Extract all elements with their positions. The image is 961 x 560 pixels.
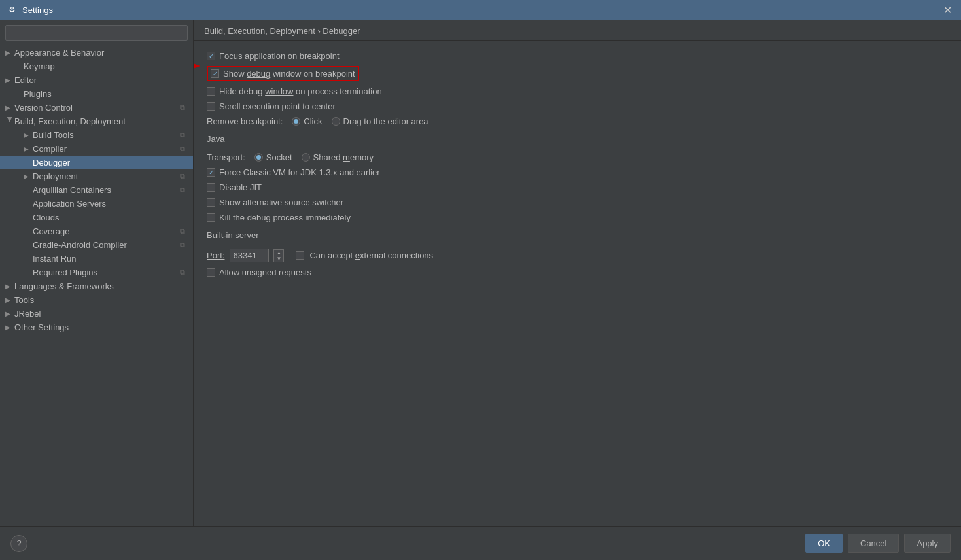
remove-click-label: Click [304,116,322,126]
sidebar-item-build-tools[interactable]: ▶ Build Tools ⧉ [0,128,193,142]
sidebar-item-tools[interactable]: ▶ Tools [0,293,193,307]
expand-arrow: ▶ [5,324,14,331]
kill-debug-row: Kill the debug process immediately [207,213,948,222]
allow-unsigned-label: Allow unsigned requests [219,268,311,277]
sidebar-item-label: Deployment [33,171,177,181]
breadcrumb: Build, Execution, Deployment › Debugger [194,20,961,41]
cancel-button[interactable]: Cancel [848,534,899,553]
sidebar-item-editor[interactable]: ▶ Editor [0,73,193,87]
ok-button[interactable]: OK [805,534,843,553]
transport-socket-label: Socket [266,152,292,162]
transport-shared-option[interactable]: Shared memory [302,152,374,162]
show-debug-window-checkbox[interactable] [211,69,219,78]
port-increment-button[interactable]: ▲ [274,250,283,256]
focus-on-breakpoint-checkbox-wrapper[interactable]: Focus application on breakpoint [207,51,340,61]
expand-arrow: ▶ [24,173,33,180]
disable-jit-label: Disable JIT [219,183,262,192]
remove-drag-radio[interactable] [332,117,340,126]
show-alt-source-checkbox[interactable] [207,198,215,207]
sidebar-item-label: Clouds [33,213,188,222]
disable-jit-wrapper[interactable]: Disable JIT [207,183,262,192]
sidebar-item-jrebel[interactable]: ▶ JRebel [0,307,193,321]
copy-icon: ⧉ [177,103,188,112]
show-alt-source-label: Show alternative source switcher [219,198,343,207]
port-input[interactable] [230,249,269,262]
kill-debug-checkbox[interactable] [207,213,215,222]
sidebar-item-debugger[interactable]: ▶ Debugger [0,156,193,169]
copy-icon: ⧉ [177,131,188,139]
expand-arrow: ▶ [5,104,14,111]
titlebar-title: Settings [22,5,941,15]
sidebar-item-appearance[interactable]: ▶ Appearance & Behavior [0,46,193,60]
sidebar-item-coverage[interactable]: ▶ Coverage ⧉ [0,224,193,238]
hide-debug-window-checkbox[interactable] [207,87,215,96]
expand-arrow: ▶ [5,296,14,304]
disable-jit-row: Disable JIT [207,183,948,192]
sidebar-item-build-exec-deploy[interactable]: ▶ Build, Execution, Deployment [0,114,193,128]
remove-click-option[interactable]: Click [292,116,322,126]
sidebar-item-deployment[interactable]: ▶ Deployment ⧉ [0,169,193,183]
sidebar-item-label: Compiler [33,144,177,154]
remove-breakpoint-row: Remove breakpoint: Click Drag to the edi… [207,116,948,126]
can-accept-checkbox[interactable] [296,251,304,260]
show-alt-source-row: Show alternative source switcher [207,198,948,207]
sidebar-item-instant-run[interactable]: ▶ Instant Run [0,252,193,266]
force-classic-vm-checkbox[interactable] [207,168,215,177]
copy-icon: ⧉ [177,145,188,153]
allow-unsigned-wrapper[interactable]: Allow unsigned requests [207,268,311,277]
sidebar-item-label: Languages & Frameworks [14,281,188,291]
sidebar-item-gradle-android[interactable]: ▶ Gradle-Android Compiler ⧉ [0,238,193,252]
expand-arrow: ▶ [24,131,33,139]
builtin-server-header: Built-in server [207,230,948,243]
titlebar: ⚙ Settings ✕ [0,0,961,20]
remove-drag-label: Drag to the editor area [343,116,428,126]
sidebar-item-label: Required Plugins [33,268,177,277]
transport-socket-option[interactable]: Socket [254,152,292,162]
can-accept-label: Can accept external connections [309,251,433,260]
disable-jit-checkbox[interactable] [207,183,215,192]
sidebar-tree: ▶ Appearance & Behavior ▶ Keymap ▶ Edito… [0,46,193,526]
sidebar-item-keymap[interactable]: ▶ Keymap [0,60,193,73]
remove-click-radio[interactable] [292,117,300,126]
sidebar-item-languages[interactable]: ▶ Languages & Frameworks [0,279,193,293]
sidebar-item-compiler[interactable]: ▶ Compiler ⧉ [0,142,193,156]
scroll-exec-checkbox-wrapper[interactable]: Scroll execution point to center [207,101,336,111]
force-classic-vm-wrapper[interactable]: Force Classic VM for JDK 1.3.x and earli… [207,167,380,177]
expand-arrow: ▶ [5,283,14,290]
port-spinner[interactable]: ▲ ▼ [273,249,284,262]
expand-arrow: ▶ [5,77,14,84]
sidebar-item-arquillian[interactable]: ▶ Arquillian Containers ⧉ [0,183,193,197]
memory-underline: m [343,152,350,162]
kill-debug-wrapper[interactable]: Kill the debug process immediately [207,213,351,222]
java-section-header: Java [207,134,948,147]
transport-label: Transport: [207,152,245,162]
transport-row: Transport: Socket Shared memory [207,152,948,162]
debug-underline: debug [247,69,270,79]
show-alt-source-wrapper[interactable]: Show alternative source switcher [207,198,343,207]
copy-icon: ⧉ [177,241,188,249]
sidebar-item-app-servers[interactable]: ▶ Application Servers [0,197,193,211]
sidebar-item-plugins[interactable]: ▶ Plugins [0,87,193,101]
sidebar-item-version-control[interactable]: ▶ Version Control ⧉ [0,101,193,114]
help-button[interactable]: ? [10,535,27,552]
app-icon: ⚙ [7,5,17,15]
search-input[interactable] [5,25,188,41]
copy-icon: ⧉ [177,186,188,194]
sidebar-item-other-settings[interactable]: ▶ Other Settings [0,321,193,334]
sidebar-item-label: Appearance & Behavior [14,48,188,58]
transport-shared-radio[interactable] [302,153,310,162]
focus-on-breakpoint-checkbox[interactable] [207,52,215,60]
close-button[interactable]: ✕ [941,4,954,16]
sidebar-item-required-plugins[interactable]: ▶ Required Plugins ⧉ [0,266,193,279]
expand-arrow: ▶ [5,310,14,317]
transport-socket-radio[interactable] [254,153,263,162]
settings-panel: Focus application on breakpoint [194,41,961,526]
sidebar-item-clouds[interactable]: ▶ Clouds [0,211,193,224]
sidebar-item-label: Arquillian Containers [33,185,177,195]
hide-debug-window-checkbox-wrapper[interactable]: Hide debug window on process termination [207,86,382,96]
allow-unsigned-checkbox[interactable] [207,268,215,277]
remove-drag-option[interactable]: Drag to the editor area [332,116,428,126]
apply-button[interactable]: Apply [904,534,951,553]
port-decrement-button[interactable]: ▼ [274,256,283,262]
scroll-exec-checkbox[interactable] [207,102,215,111]
